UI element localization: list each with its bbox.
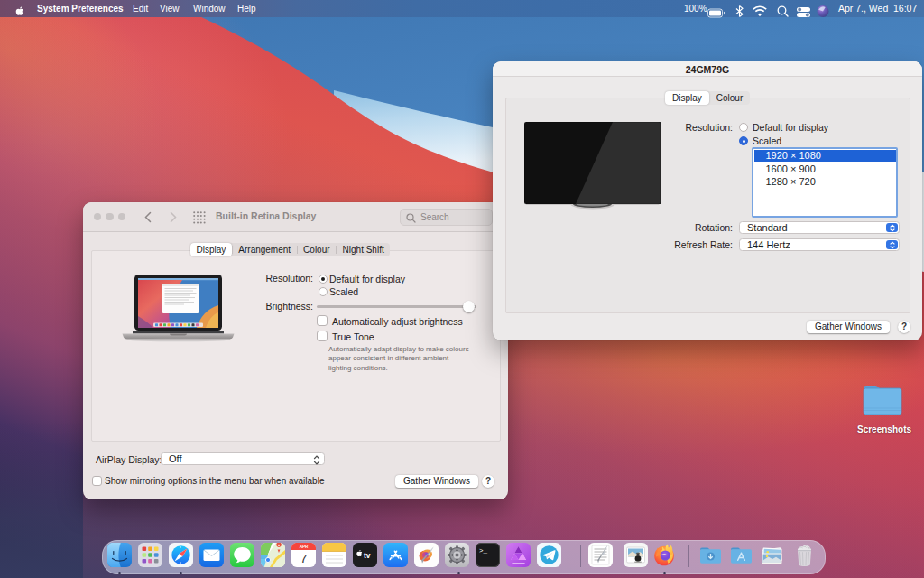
svg-text:APR: APR xyxy=(300,545,309,549)
svg-text:tv: tv xyxy=(364,551,371,560)
svg-text:>_: >_ xyxy=(479,547,488,555)
svg-text:7: 7 xyxy=(300,552,308,565)
